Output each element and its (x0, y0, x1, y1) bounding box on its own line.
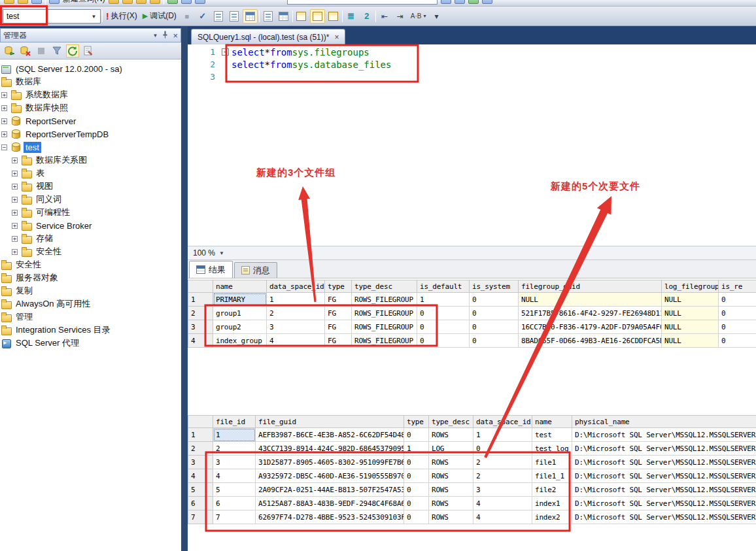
tree-item[interactable]: +ReportServerTempDB (0, 127, 181, 141)
column-header[interactable]: is_re (719, 280, 756, 293)
expand-icon[interactable]: + (12, 197, 18, 203)
data-cell[interactable]: 521F17B5-8616-4F42-9297-FE26948D111C (519, 307, 662, 320)
data-cell[interactable]: D:\Microsoft SQL Server\MSSQL12.MSSQLSER… (572, 497, 756, 510)
tree-item[interactable]: +数据库快照 (0, 101, 181, 114)
intellisense-enabled-button[interactable] (277, 9, 291, 24)
data-cell[interactable]: NULL (662, 307, 719, 320)
expand-icon[interactable]: + (12, 223, 18, 229)
data-cell[interactable]: ROWS (429, 456, 473, 469)
data-cell[interactable]: 0 (404, 428, 429, 442)
panel-splitter[interactable] (181, 26, 188, 551)
results-to-grid-toggle[interactable] (310, 9, 325, 24)
navigate-icon[interactable] (441, 0, 451, 4)
data-cell[interactable]: 0 (719, 293, 756, 307)
data-cell[interactable]: 3 (473, 483, 532, 497)
data-cell[interactable]: D:\Microsoft SQL Server\MSSQL12.MSSQLSER… (572, 483, 756, 497)
cut-icon[interactable] (167, 0, 178, 4)
data-cell[interactable]: ROWS (429, 483, 473, 497)
data-cell[interactable]: 5 (213, 483, 256, 497)
tab-results[interactable]: 结果 (189, 261, 233, 278)
data-cell[interactable]: PRIMARY (213, 293, 267, 307)
data-cell[interactable]: NULL (662, 334, 719, 348)
data-cell[interactable]: 62697F74-D278-4BBE-9523-5245309103F0 (256, 510, 404, 524)
data-cell[interactable]: file1_1 (532, 469, 572, 483)
tree-item[interactable]: 管理 (0, 310, 181, 324)
column-header[interactable]: physical_name (572, 416, 756, 428)
row-number-cell[interactable]: 4 (188, 469, 213, 483)
data-cell[interactable]: 0 (470, 334, 519, 348)
debug-button[interactable]: ▶ 调试(D) (141, 9, 179, 24)
row-number-cell[interactable]: 1 (188, 428, 213, 442)
script-wizard-button[interactable] (82, 44, 95, 58)
sqlcmd-mode-button[interactable]: A·B▾ (409, 9, 428, 24)
column-header[interactable]: file_id (213, 416, 256, 428)
column-header[interactable]: data_space_id (267, 280, 325, 293)
tree-item[interactable]: +同义词 (0, 193, 181, 206)
data-cell[interactable]: 4 (473, 497, 532, 510)
database-query-icon[interactable] (109, 0, 119, 4)
column-header[interactable]: is_system (470, 280, 519, 293)
tree-item[interactable]: Integration Services 目录 (0, 324, 181, 337)
execute-button[interactable]: ! 执行(X) (104, 9, 139, 24)
connect-button[interactable] (3, 44, 16, 58)
undo-icon[interactable] (468, 0, 479, 4)
close-icon[interactable]: × (334, 33, 339, 42)
column-header[interactable]: filegroup_guid (519, 280, 662, 293)
data-cell[interactable]: file2 (532, 483, 572, 497)
filegroups-results-grid[interactable]: namedata_space_idtypetype_descis_default… (188, 280, 756, 348)
stop-button[interactable] (35, 44, 48, 58)
row-number-cell[interactable]: 3 (188, 320, 213, 334)
expand-icon[interactable]: + (12, 236, 18, 242)
data-cell[interactable]: LOG (429, 442, 473, 456)
data-cell[interactable]: AEFB3987-B6CE-4E3B-A852-6C62DF54D48B (256, 428, 404, 442)
data-cell[interactable]: 0 (404, 497, 429, 510)
row-number-cell[interactable]: 7 (188, 510, 213, 524)
redo-icon[interactable] (482, 0, 492, 4)
data-cell[interactable]: 0 (404, 469, 429, 483)
row-number-cell[interactable]: 1 (188, 293, 213, 307)
filter-button[interactable] (50, 44, 63, 58)
code-line[interactable]: 1−select * from sys.filegroups (188, 46, 756, 58)
tab-messages[interactable]: 消息 (234, 262, 277, 278)
data-cell[interactable]: 0 (470, 320, 519, 334)
query-options-button[interactable] (261, 9, 275, 24)
data-cell[interactable]: group1 (213, 307, 267, 320)
column-header[interactable]: type_desc (352, 280, 417, 293)
tree-item[interactable]: +系统数据库 (0, 88, 181, 101)
expand-icon[interactable]: + (12, 158, 18, 163)
data-cell[interactable]: D:\Microsoft SQL Server\MSSQL12.MSSQLSER… (572, 428, 756, 442)
tree-item[interactable]: +数据库关系图 (0, 154, 181, 167)
new-query-button[interactable]: 新建查询(N) (63, 0, 105, 5)
tree-item[interactable]: AlwaysOn 高可用性 (0, 297, 181, 310)
data-cell[interactable]: test (532, 428, 572, 442)
code-line[interactable]: 2select * from sys.database_files (188, 58, 756, 71)
toolbar-overflow-button[interactable]: ▾ (430, 9, 444, 24)
database-files-results-grid[interactable]: file_idfile_guidtypetype_descdata_space_… (188, 415, 756, 524)
data-cell[interactable]: ROWS_FILEGROUP (352, 307, 417, 320)
chevron-down-icon[interactable]: ▼ (89, 12, 99, 22)
cancel-executing-query-button[interactable]: ■ (180, 9, 194, 24)
data-cell[interactable]: 0 (417, 320, 470, 334)
row-number-cell[interactable]: 3 (188, 456, 213, 469)
data-cell[interactable]: index_group (213, 334, 267, 348)
parse-button[interactable]: ✓ (196, 9, 210, 24)
data-cell[interactable]: D:\Microsoft SQL Server\MSSQL12.MSSQLSER… (572, 510, 756, 524)
row-number-cell[interactable]: 2 (188, 307, 213, 320)
paste-icon[interactable] (195, 0, 205, 4)
data-cell[interactable]: index2 (532, 510, 572, 524)
row-number-cell[interactable]: 6 (188, 497, 213, 510)
data-cell[interactable]: NULL (662, 293, 719, 307)
data-cell[interactable]: 7 (213, 510, 256, 524)
data-cell[interactable]: group2 (213, 320, 267, 334)
tree-item[interactable]: +ReportServer (0, 114, 181, 127)
data-cell[interactable]: 4 (213, 469, 256, 483)
expand-icon[interactable]: + (12, 171, 18, 176)
comment-lines-button[interactable]: ≣ (344, 9, 358, 24)
column-header[interactable]: type (325, 280, 352, 293)
tree-item[interactable]: +表 (0, 167, 181, 180)
tree-item[interactable]: +视图 (0, 180, 181, 193)
column-header[interactable]: log_filegroup_id (662, 280, 719, 293)
data-cell[interactable]: 3 (267, 320, 325, 334)
data-cell[interactable]: NULL (662, 320, 719, 334)
disconnect-button[interactable] (19, 44, 32, 58)
